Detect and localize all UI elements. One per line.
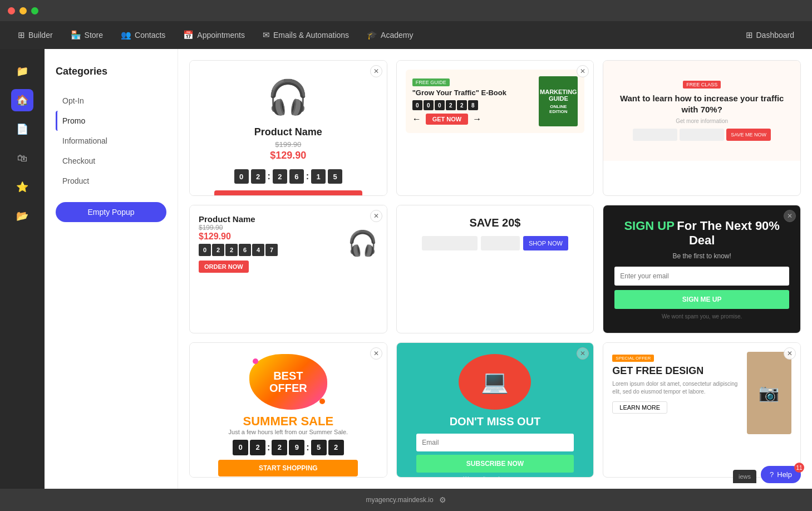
order-now-button-sm[interactable]: ORDER NOW <box>199 261 249 273</box>
category-checkout[interactable]: Checkout <box>56 151 166 171</box>
learn-badge: FREE CLASS <box>683 81 721 89</box>
sign-me-up-button[interactable]: SIGN ME UP <box>614 290 789 309</box>
summer-sale-card-content: BESTOFFER SUMMER SALE Just a few hours l… <box>190 343 387 478</box>
signup-subtitle: Be the first to know! <box>672 252 731 260</box>
signup-title-rest: For The Next 90% Deal <box>677 219 780 247</box>
save-input-1[interactable] <box>422 236 478 250</box>
blob-dot-1 <box>253 358 258 364</box>
traffic-light-close[interactable] <box>8 7 15 14</box>
template-summer-sale[interactable]: ✕ BESTOFFER SUMMER SALE Just a few hours… <box>189 342 387 478</box>
bottom-url: myagency.maindesk.io <box>366 496 433 504</box>
help-icon: ? <box>770 470 774 479</box>
learn-more-button[interactable]: LEARN MORE <box>612 401 667 414</box>
arrow-left-icon[interactable]: ← <box>412 114 421 124</box>
close-button-8[interactable]: ✕ <box>577 347 589 360</box>
close-button-4[interactable]: ✕ <box>370 210 382 222</box>
offer-blob: BESTOFFER <box>249 354 327 410</box>
template-free-design[interactable]: ✕ SPECIAL OFFER GET FREE DESIGN Lorem ip… <box>603 342 801 478</box>
learn-more-info: Get more information <box>676 118 728 124</box>
reviews-button[interactable]: iews <box>733 470 756 483</box>
template-learn-traffic[interactable]: FREE CLASS Want to learn how to increase… <box>603 60 801 196</box>
template-product-small[interactable]: ✕ Product Name $199.90 $129.90 0 2 2 6 4… <box>189 205 387 333</box>
ebook-badge: FREE GUIDE <box>412 78 450 86</box>
settings-icon[interactable]: ⚙ <box>439 495 446 504</box>
book-subtitle: ONLINE EDITION <box>541 104 575 114</box>
sidebar-icon-star[interactable]: ⭐ <box>11 176 33 198</box>
nav-item-emails[interactable]: ✉ Emails & Automations <box>254 26 358 45</box>
categories-panel: Categories Opt-In Promo Informational Ch… <box>45 49 178 489</box>
free-design-image: 📷 <box>747 352 791 434</box>
nav-item-store[interactable]: 🏪 Store <box>62 26 112 45</box>
dashboard-icon: ⊞ <box>746 30 753 40</box>
subscribe-now-button[interactable]: SUBSCRIBE NOW <box>416 455 573 473</box>
save-title: SAVE 20$ <box>470 217 521 229</box>
sidebar-icon-home[interactable]: 🏠 <box>11 89 33 111</box>
nav-item-appointments[interactable]: 📅 Appointments <box>174 26 254 45</box>
summer-sale-title: SUMMER SALE <box>243 414 334 429</box>
save-card-content: SAVE 20$ SHOP NOW <box>397 205 594 262</box>
sidebar-icon-shopping[interactable]: 🛍 <box>11 147 33 169</box>
arrow-right-icon[interactable]: → <box>473 114 481 124</box>
bottom-bar: myagency.maindesk.io ⚙ <box>0 489 812 511</box>
free-design-card-content: SPECIAL OFFER GET FREE DESIGN Lorem ipsu… <box>603 343 800 443</box>
headphone-image-sm: 🎧 <box>347 229 378 258</box>
category-product[interactable]: Product <box>56 171 166 191</box>
sidebar-icon-folder2[interactable]: 📂 <box>11 205 33 227</box>
save-me-button[interactable]: SAVE ME NOW <box>726 129 771 141</box>
get-now-button[interactable]: GET NOW <box>426 114 469 125</box>
product-sm-timer: 0 2 2 6 4 7 <box>199 244 341 256</box>
help-button[interactable]: ? Help 11 <box>761 466 801 483</box>
category-informational[interactable]: Informational <box>56 131 166 151</box>
learn-form: SAVE ME NOW <box>633 129 771 141</box>
headphones-card-content: 🎧 Product Name $199.90 $129.90 0 2 : 2 6… <box>190 61 387 196</box>
titlebar <box>0 0 812 21</box>
free-design-title: GET FREE DESIGN <box>612 365 741 377</box>
shop-now-button[interactable]: SHOP NOW <box>523 236 568 250</box>
product-small-card-content: Product Name $199.90 $129.90 0 2 2 6 4 7… <box>190 205 387 282</box>
traffic-light-fullscreen[interactable] <box>31 7 38 14</box>
special-offer-badge: SPECIAL OFFER <box>612 355 654 362</box>
order-now-button-1[interactable]: ORDER NOW <box>214 190 363 196</box>
signup-dark-card-content: SIGN UP For The Next 90% Deal Be the fir… <box>603 205 800 333</box>
close-button-7[interactable]: ✕ <box>370 347 382 360</box>
product-sm-old-price: $199.90 <box>199 224 341 232</box>
sidebar-icon-document[interactable]: 📄 <box>11 118 33 140</box>
close-button-9[interactable]: ✕ <box>784 347 796 360</box>
category-opt-in[interactable]: Opt-In <box>56 91 166 111</box>
sidebar-icon-folder[interactable]: 📁 <box>11 60 33 82</box>
nav-right: ⊞ Dashboard <box>737 26 804 45</box>
contacts-icon: 👥 <box>121 30 131 40</box>
traffic-light-minimize[interactable] <box>19 7 27 14</box>
learn-input2[interactable] <box>680 129 724 141</box>
template-marketing-guide[interactable]: ✕ FREE GUIDE "Grow Your Traffic" E-Book … <box>396 60 594 196</box>
template-dont-miss[interactable]: ✕ 💻 DON'T MISS OUT SUBSCRIBE NOW We won'… <box>396 342 594 478</box>
new-price-1: $129.90 <box>270 150 306 161</box>
learn-input[interactable] <box>633 129 677 141</box>
nav-item-academy[interactable]: 🎓 Academy <box>358 26 422 45</box>
top-navigation: ⊞ Builder 🏪 Store 👥 Contacts 📅 Appointme… <box>0 21 812 49</box>
save-input-2[interactable] <box>481 236 520 250</box>
template-signup-dark[interactable]: ✕ SIGN UP For The Next 90% Deal Be the f… <box>603 205 801 333</box>
nav-item-builder[interactable]: ⊞ Builder <box>9 26 62 45</box>
empty-popup-button[interactable]: Empty Popup <box>56 202 166 222</box>
start-shopping-button[interactable]: START SHOPPING <box>218 460 358 476</box>
main-area: Categories Opt-In Promo Informational Ch… <box>45 49 812 489</box>
signup-email-input[interactable] <box>614 267 789 286</box>
summer-sale-timer: 0 2 : 2 9 : 5 2 <box>233 440 344 455</box>
close-button-1[interactable]: ✕ <box>370 65 382 77</box>
no-spam-text: We won't send any spam. <box>463 476 526 478</box>
offer-blob-text: BESTOFFER <box>269 370 307 394</box>
close-button-6[interactable]: ✕ <box>784 210 796 222</box>
learn-title: Want to learn how to increase your traff… <box>614 93 789 115</box>
template-headphones-promo[interactable]: ✕ 🎧 Product Name $199.90 $129.90 0 2 : 2… <box>189 60 387 196</box>
dont-miss-email-input[interactable] <box>416 434 573 451</box>
category-promo[interactable]: Promo <box>56 111 166 131</box>
nav-item-dashboard[interactable]: ⊞ Dashboard <box>737 26 804 45</box>
academy-icon: 🎓 <box>367 30 377 40</box>
appointments-icon: 📅 <box>183 30 194 40</box>
headphone-image: 🎧 <box>255 72 322 122</box>
nav-item-contacts[interactable]: 👥 Contacts <box>112 26 174 45</box>
emails-icon: ✉ <box>263 30 270 40</box>
product-sm-price: $129.90 <box>199 232 341 242</box>
template-save-20[interactable]: SAVE 20$ SHOP NOW <box>396 205 594 333</box>
